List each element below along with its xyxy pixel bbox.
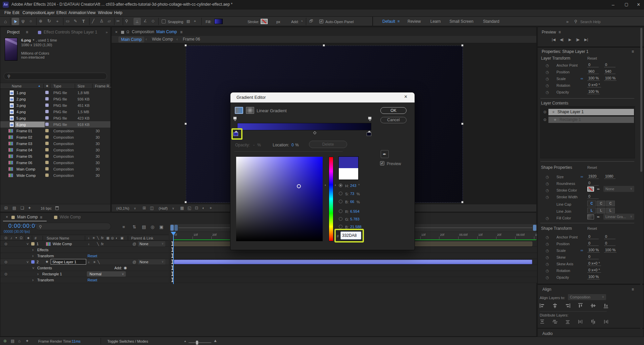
stopwatch-icon[interactable]: ◷: [546, 188, 549, 193]
quality-switch[interactable]: ╲: [98, 260, 100, 264]
breadcrumb-main-comp[interactable]: Main Comp: [118, 37, 144, 43]
eye-icon[interactable]: ⊙: [4, 272, 7, 276]
pickwhip-icon[interactable]: @: [132, 242, 136, 246]
motion-blur-icon[interactable]: ◎: [151, 225, 154, 229]
sort-asc-icon[interactable]: ▲: [38, 85, 41, 87]
stroke-type-dropdown[interactable]: ∨None: [603, 186, 634, 192]
rotation-value[interactable]: 0 x+0 °: [587, 83, 601, 87]
menu-layer[interactable]: Layer: [45, 11, 55, 15]
distribute-hcenter-button[interactable]: [591, 319, 596, 324]
transform-reset-link[interactable]: Reset: [88, 254, 97, 258]
tab-effect-controls[interactable]: Effect Controls Shape Layer 1: [44, 30, 97, 34]
col-frame-rate[interactable]: Frame R...: [95, 84, 112, 88]
pixel-aspect-icon[interactable]: ⌖: [210, 206, 212, 210]
tab-project[interactable]: Project: [7, 30, 19, 34]
stopwatch-icon[interactable]: ◷: [546, 90, 549, 94]
adjustment-preview-icon[interactable]: ◐: [202, 206, 205, 210]
h-radio[interactable]: [339, 184, 342, 187]
opacity-value[interactable]: 100 %: [587, 89, 600, 94]
project-row[interactable]: 5.pngPNG file423 KB: [0, 115, 110, 121]
layer-color-chip[interactable]: [31, 242, 35, 246]
snapshot-icon[interactable]: ▤: [11, 339, 14, 343]
zoom-in-mountain-icon[interactable]: ▲: [213, 339, 217, 343]
layer-contents-item-selected[interactable]: ★Shape Layer 1: [548, 109, 634, 115]
quality-switch[interactable]: ╲: [97, 242, 99, 246]
expand-icon[interactable]: ˅: [26, 260, 29, 264]
project-search-box[interactable]: ⚲: [4, 73, 107, 80]
align-vcenter-button[interactable]: [591, 303, 596, 308]
selection-handle[interactable]: [461, 201, 464, 203]
color-stop-right[interactable]: [367, 132, 371, 136]
b-radio[interactable]: [339, 200, 342, 203]
collapse-switch[interactable]: ♁: [88, 242, 90, 246]
clone-stamp-tool-icon[interactable]: ♙: [100, 19, 104, 23]
r-value[interactable]: 6.554: [350, 209, 360, 213]
layer-bar-shape-layer[interactable]: [174, 260, 532, 264]
st-scale-x[interactable]: 100 %: [587, 248, 600, 253]
region-of-interest-icon[interactable]: ▦: [180, 206, 184, 210]
project-row[interactable]: Wide CompComposition30: [0, 172, 110, 179]
eye-icon[interactable]: ⊙: [4, 260, 7, 264]
align-panel-header[interactable]: Align: [542, 287, 551, 292]
timeline-search-box[interactable]: ⚲: [35, 223, 111, 230]
workspace-overflow-icon[interactable]: »: [566, 19, 569, 24]
zoom-out-mountain-icon[interactable]: ▲: [184, 340, 186, 343]
search-help-input[interactable]: [580, 19, 637, 24]
menu-help[interactable]: Help: [114, 11, 122, 15]
menu-view[interactable]: View: [87, 11, 96, 15]
home-icon[interactable]: ⌂: [4, 19, 7, 24]
align-hcenter-button[interactable]: [552, 303, 557, 308]
fill-swatch[interactable]: [214, 19, 223, 24]
rectangle-row[interactable]: ⊙ › Rectangle 1 Normal∨: [0, 271, 169, 277]
align-top-button[interactable]: [578, 303, 583, 308]
project-color-depth[interactable]: 16 bpc: [41, 206, 52, 210]
line-join-miter-button[interactable]: L: [587, 208, 596, 213]
eye-icon[interactable]: ⊙: [543, 118, 546, 122]
col-label-icon[interactable]: ◆: [46, 84, 48, 87]
timeline-tab-menu-icon[interactable]: ≡: [40, 215, 42, 219]
prev-frame-icon[interactable]: ◀|: [560, 38, 564, 42]
preview-panel-menu-icon[interactable]: ≡: [558, 30, 561, 34]
auto-open-checkbox[interactable]: ✓: [319, 19, 323, 23]
axis-local-button[interactable]: ⊥: [133, 18, 141, 25]
zoom-tool-icon[interactable]: ○: [30, 19, 32, 23]
s-value[interactable]: 73: [350, 192, 354, 196]
track-row-shape-layer[interactable]: [170, 259, 537, 265]
snap-guides-icon[interactable]: ⌖: [194, 19, 196, 23]
timeline-tab-close-icon[interactable]: ×: [6, 215, 8, 219]
ok-button[interactable]: OK: [380, 107, 407, 114]
align-to-dropdown[interactable]: ∨Composition: [568, 294, 606, 300]
snap-options-icon[interactable]: ▧: [186, 19, 190, 23]
stopwatch-icon[interactable]: ◷: [546, 249, 549, 253]
menu-effect[interactable]: Effect: [56, 11, 66, 15]
scale-y-value[interactable]: 100 %: [604, 76, 616, 81]
tab-main-comp[interactable]: Main Comp: [17, 215, 38, 219]
camera-view-icon[interactable]: ⊡: [195, 206, 198, 210]
saturation-brightness-field[interactable]: [236, 157, 323, 241]
adjust-icon[interactable]: ✦: [28, 206, 31, 210]
shy-layers-icon[interactable]: ⇅: [132, 225, 136, 229]
expand-icon[interactable]: ˅: [26, 242, 29, 246]
gradient-strip[interactable]: [237, 123, 371, 130]
transform-group-row[interactable]: › Transform Reset: [0, 277, 169, 283]
gradient-midpoint-icon[interactable]: [313, 131, 317, 135]
stroke-swatch[interactable]: [261, 19, 268, 24]
position-y-value[interactable]: 540: [604, 69, 615, 74]
size-w-value[interactable]: 1920: [587, 174, 599, 179]
s-radio[interactable]: [339, 192, 342, 195]
preview-checkbox[interactable]: ✓: [380, 161, 384, 165]
hue-slider[interactable]: [329, 157, 333, 241]
scale-x-value[interactable]: 100 %: [587, 76, 600, 81]
location-value[interactable]: 0: [291, 143, 294, 147]
stopwatch-icon[interactable]: ◷: [546, 77, 549, 81]
col-type[interactable]: Type: [53, 84, 61, 88]
viewer-panel-menu-icon[interactable]: ≡: [180, 30, 182, 34]
stopwatch-icon[interactable]: ◷: [546, 269, 549, 273]
fill-color-swatch[interactable]: [587, 214, 594, 219]
playhead-handle[interactable]: [171, 232, 176, 235]
menu-window[interactable]: Window: [98, 11, 112, 15]
last-frame-icon[interactable]: ▶|: [584, 38, 588, 42]
stopwatch-icon[interactable]: ◷: [546, 262, 549, 266]
line-cap-projecting-button[interactable]: C: [606, 201, 615, 206]
distribute-vcenter-button[interactable]: [552, 319, 557, 324]
